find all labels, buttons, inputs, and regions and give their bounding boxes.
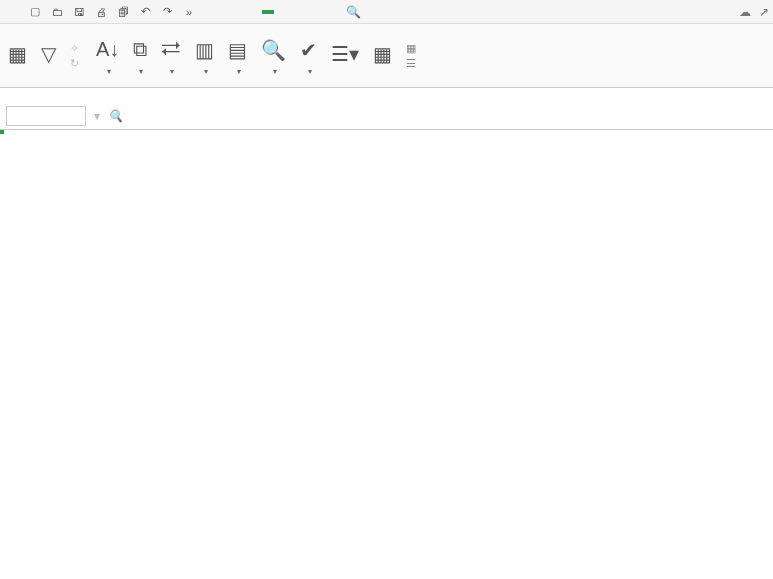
showall-icon: ✧ xyxy=(70,42,79,55)
tab-view[interactable] xyxy=(286,10,298,14)
chevron-down-icon: ▾ xyxy=(170,67,174,76)
chevron-down-icon: ▾ xyxy=(273,67,277,76)
tab-layout[interactable] xyxy=(238,10,250,14)
ribbon-filter[interactable]: ▽ xyxy=(41,40,56,71)
ribbon-validity[interactable]: ✔ ▾ xyxy=(300,36,317,76)
tab-review[interactable] xyxy=(274,10,286,14)
filter-icon: ▽ xyxy=(41,40,56,68)
tab-start[interactable] xyxy=(214,10,226,14)
tab-tools[interactable] xyxy=(322,10,334,14)
ribbon: ▦ ▽ ✧ ↻ A↓ ▾ ⧉ ▾ ⮂ ▾ ▥ ▾ ▤ ▾ 🔍 ▾ ✔ ▾ ☰▾ … xyxy=(0,24,773,88)
ribbon-dup[interactable]: ⧉ ▾ xyxy=(133,36,147,76)
chevron-down-icon: ▾ xyxy=(107,67,111,76)
dropdown-icon: ☰▾ xyxy=(331,40,359,68)
titlebar-right: ☁ ↗ xyxy=(739,5,769,19)
tab-formula[interactable] xyxy=(250,10,262,14)
print-icon[interactable]: 🖨 xyxy=(92,3,110,21)
tab-data[interactable] xyxy=(262,10,274,14)
fill-icon: ▤ xyxy=(228,36,247,64)
chevron-down-icon: ▾ xyxy=(237,67,241,76)
consolidate-icon: ▦ xyxy=(373,40,392,68)
tab-member[interactable] xyxy=(310,10,322,14)
ribbon-findrec[interactable]: 🔍 ▾ xyxy=(261,36,286,76)
selection-outline xyxy=(0,130,4,134)
name-box[interactable] xyxy=(6,106,86,126)
analysis-icon: ▦ xyxy=(406,42,416,55)
reapply[interactable]: ↻ xyxy=(70,57,82,70)
formula-bar: ▾ 🔍 xyxy=(0,102,773,130)
chevron-down-icon: ▾ xyxy=(308,67,312,76)
ribbon-compare[interactable]: ⮂ ▾ xyxy=(161,36,181,76)
search-icon: 🔍 xyxy=(346,5,361,19)
sheet-area[interactable] xyxy=(0,130,773,579)
preview-icon[interactable]: 🗐 xyxy=(114,3,132,21)
tab-insert[interactable] xyxy=(226,10,238,14)
share-icon[interactable]: ↗ xyxy=(759,5,769,19)
open-icon[interactable]: 🗀 xyxy=(48,3,66,21)
ribbon-sort[interactable]: A↓ ▾ xyxy=(96,36,119,76)
ribbon-pivot[interactable]: ▦ xyxy=(8,40,27,71)
split-icon: ▥ xyxy=(195,36,214,64)
cloud-icon[interactable]: ☁ xyxy=(739,5,751,19)
undo-icon[interactable]: ↶ xyxy=(136,3,154,21)
compare-icon: ⮂ xyxy=(161,36,181,64)
ribbon-consolidate[interactable]: ▦ xyxy=(373,40,392,71)
ribbon-dropdown[interactable]: ☰▾ xyxy=(331,40,359,71)
ribbon-split[interactable]: ▥ ▾ xyxy=(195,36,214,76)
more-icon[interactable]: » xyxy=(180,3,198,21)
file-menu[interactable] xyxy=(4,3,22,21)
record-icon: ☰ xyxy=(406,57,416,70)
title-bar: ▢ 🗀 🖫 🖨 🗐 ↶ ↷ » 🔍 ☁ ↗ xyxy=(0,0,773,24)
chevron-down-icon: ▾ xyxy=(139,67,143,76)
zoom-icon[interactable]: 🔍 xyxy=(108,109,123,123)
dup-icon: ⧉ xyxy=(133,36,147,64)
name-box-arrow[interactable]: ▾ xyxy=(94,109,100,123)
ribbon-analysis[interactable]: ▦ xyxy=(406,42,419,55)
ribbon-record[interactable]: ☰ xyxy=(406,57,419,70)
pivot-icon: ▦ xyxy=(8,40,27,68)
menu-tabs xyxy=(214,10,334,14)
ribbon-filter-extra: ✧ ↻ xyxy=(70,42,82,70)
tab-dev[interactable] xyxy=(298,10,310,14)
sort-icon: A↓ xyxy=(96,36,119,64)
redo-icon[interactable]: ↷ xyxy=(158,3,176,21)
reapply-icon: ↻ xyxy=(70,57,79,70)
show-all[interactable]: ✧ xyxy=(70,42,82,55)
new-icon[interactable]: ▢ xyxy=(26,3,44,21)
save-icon[interactable]: 🖫 xyxy=(70,3,88,21)
validity-icon: ✔ xyxy=(300,36,317,64)
chevron-down-icon: ▾ xyxy=(204,67,208,76)
active-cell-outline xyxy=(0,130,4,134)
findrec-icon: 🔍 xyxy=(261,36,286,64)
search-box[interactable]: 🔍 xyxy=(346,5,363,19)
ribbon-extra: ▦ ☰ xyxy=(406,42,419,70)
ribbon-fill[interactable]: ▤ ▾ xyxy=(228,36,247,76)
